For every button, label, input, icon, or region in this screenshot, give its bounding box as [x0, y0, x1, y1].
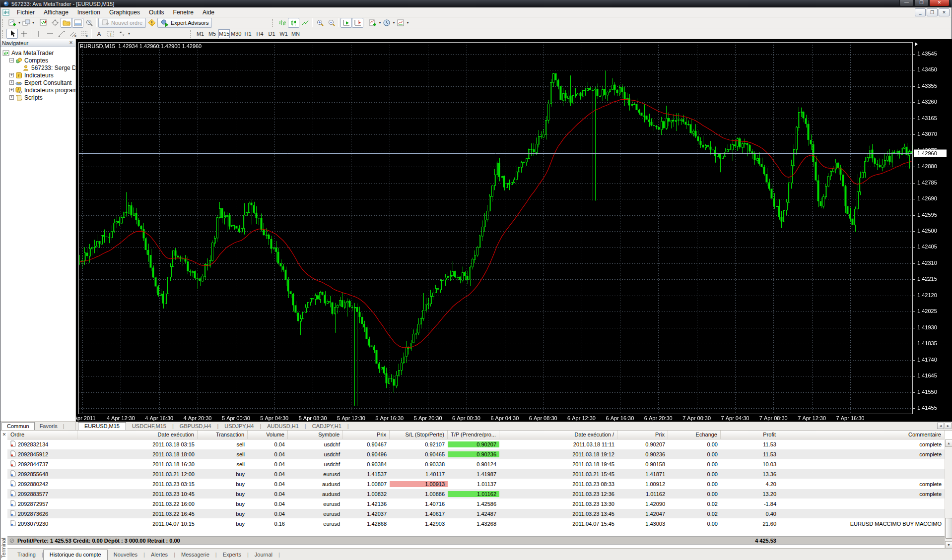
zoom-out-icon[interactable]	[326, 18, 337, 28]
new-chart-button[interactable]	[6, 18, 18, 28]
profiles-dropdown[interactable]: ▾	[32, 20, 34, 25]
table-row[interactable]: 20928459122011.03.18 18:00sell0.04usdchf…	[7, 449, 945, 459]
terminal-tab-trading[interactable]: Trading	[11, 550, 42, 560]
cursor-tool-button[interactable]	[6, 29, 18, 39]
column-header-9[interactable]: Prix	[617, 431, 668, 439]
chart-tab-usdjpy-h4[interactable]: USDJPY,H4	[218, 423, 260, 430]
terminal-close-icon[interactable]: ✕	[1, 432, 7, 437]
chart-tab-usdchf-m15[interactable]: USDCHF,M15	[126, 423, 172, 430]
tree-item-indicateurs-programm-s[interactable]: +fIndicateurs programmés	[0, 86, 75, 94]
child-minimize-button[interactable]: _	[915, 8, 926, 16]
terminal-toggle-button[interactable]	[72, 18, 83, 28]
arrows-tool[interactable]	[116, 29, 128, 39]
profiles-button[interactable]	[20, 18, 32, 28]
zoom-in-icon[interactable]	[314, 18, 326, 28]
navigator-tab-commun[interactable]: Commun	[1, 422, 35, 430]
column-header-4[interactable]: Symbole	[288, 431, 343, 439]
timeframe-m15-button[interactable]: M15	[218, 29, 230, 38]
table-row[interactable]: 20928736262011.03.22 16:45buy0.04eurusd1…	[7, 509, 945, 519]
timeframe-w1-button[interactable]: W1	[278, 29, 289, 38]
scroll-down-icon[interactable]: ▼	[945, 541, 952, 549]
new-order-button[interactable]: Nouvel ordre	[98, 18, 146, 28]
terminal-tab-journal[interactable]: Journal	[249, 550, 278, 560]
column-header-2[interactable]: Transaction	[198, 431, 248, 439]
navigator-tab-favoris[interactable]: Favoris	[35, 423, 63, 430]
toolbar-grip[interactable]	[190, 30, 193, 38]
timeframe-h1-button[interactable]: H1	[242, 29, 254, 38]
expert-advisors-button[interactable]: Expert Advisors	[157, 18, 212, 28]
template-button[interactable]	[395, 18, 406, 28]
arrows-dropdown[interactable]: ▾	[128, 31, 130, 36]
timeframe-d1-button[interactable]: D1	[266, 29, 277, 38]
column-header-5[interactable]: Prix	[343, 431, 390, 439]
tree-item-expert-consultant[interactable]: +Expert Consultant	[0, 79, 75, 86]
chart-tab-cadjpy-h1[interactable]: CADJPY,H1	[306, 423, 347, 430]
tree-item-indicateurs[interactable]: +fIndicateurs	[0, 71, 75, 79]
terminal-tab-experts[interactable]: Experts	[217, 550, 247, 560]
toolbar-grip[interactable]	[272, 19, 274, 27]
text-tool[interactable]: A	[93, 29, 105, 39]
menu-fenetre[interactable]: Fenetre	[169, 8, 198, 17]
tree-item-ava-metatrader[interactable]: Ava MetaTrader	[0, 49, 75, 57]
auto-scroll-button[interactable]	[340, 18, 352, 28]
navigator-toggle-button[interactable]	[61, 18, 72, 28]
bar-chart-button[interactable]	[276, 18, 288, 28]
market-watch-button[interactable]	[38, 18, 49, 28]
text-label-tool[interactable]: T	[105, 29, 116, 39]
expand-plus-icon[interactable]: +	[9, 88, 14, 92]
maximize-button[interactable]: ❐	[914, 0, 929, 6]
menu-affichage[interactable]: Affichage	[39, 8, 73, 17]
tree-item-567233-serge-demou[interactable]: 567233: Serge Demou	[0, 64, 75, 71]
menu-outils[interactable]: Outils	[144, 8, 169, 17]
template-dropdown[interactable]: ▾	[407, 20, 408, 25]
chart-tab-gbpusd-h4[interactable]: GBPUSD,H4	[174, 423, 217, 430]
crosshair-window-button[interactable]	[49, 18, 61, 28]
navigator-close-icon[interactable]: ✕	[68, 40, 74, 46]
terminal-tab-historique-du-compte[interactable]: Historique du compte	[43, 550, 108, 560]
column-header-7[interactable]: T/P (Prendre/pro...	[448, 431, 499, 439]
terminal-tab-messagerie[interactable]: Messagerie	[175, 550, 215, 560]
candlestick-chart-button[interactable]	[288, 18, 299, 28]
add-indicator-button[interactable]	[367, 18, 378, 28]
table-scrollbar[interactable]: ▲ ▼	[945, 439, 952, 549]
column-header-8[interactable]: Date exécution /	[499, 431, 617, 439]
menu-aide[interactable]: Aide	[198, 8, 219, 17]
expand-plus-icon[interactable]: +	[9, 73, 14, 77]
scroll-up-icon[interactable]: ▲	[945, 439, 952, 447]
tree-item-scripts[interactable]: +Scripts	[0, 94, 75, 101]
table-row[interactable]: 20928556482011.03.21 12:00buy0.04eurusd1…	[7, 469, 945, 479]
timeframe-m1-button[interactable]: M1	[195, 29, 206, 38]
table-row[interactable]: 20928321342011.03.18 03:15sell0.04usdchf…	[7, 439, 945, 449]
price-chart-canvas[interactable]	[76, 39, 952, 422]
column-header-12[interactable]: Commentaire	[779, 431, 945, 439]
menu-insertion[interactable]: Insertion	[73, 8, 105, 17]
child-restore-button[interactable]: ❐	[927, 8, 938, 16]
fibonacci-tool[interactable]: F	[78, 29, 90, 39]
terminal-tab-alertes[interactable]: Alertes	[145, 550, 174, 560]
strategy-tester-button[interactable]	[83, 18, 95, 28]
toolbar-grip[interactable]	[2, 30, 4, 38]
timeframe-h4-button[interactable]: H4	[254, 29, 266, 38]
close-button[interactable]: ✕	[929, 0, 950, 6]
table-row[interactable]: 20928729572011.03.22 16:00buy0.04eurusd1…	[7, 499, 945, 509]
table-row[interactable]: 20928447372011.03.18 16:30sell0.04usdchf…	[7, 459, 945, 469]
toolbar-grip[interactable]	[2, 19, 4, 27]
tree-item-comptes[interactable]: −Comptes	[0, 57, 75, 64]
minimize-button[interactable]: —	[899, 0, 914, 6]
expand-plus-icon[interactable]: +	[9, 95, 14, 100]
table-row[interactable]: 20930792302011.04.07 10:15buy0.16eurusd1…	[7, 519, 945, 529]
timeframe-mn-button[interactable]: MN	[290, 29, 301, 38]
chart-tabs-scroll-left-icon[interactable]: ◄	[937, 423, 944, 429]
child-close-button[interactable]: ✕	[939, 8, 950, 16]
timeframe-m30-button[interactable]: M30	[230, 29, 242, 38]
column-header-6[interactable]: S/L (Stop/Perte)	[390, 431, 448, 439]
column-header-3[interactable]: Volume	[248, 431, 288, 439]
column-header-11[interactable]: Profit	[721, 431, 779, 439]
alert-icon[interactable]	[146, 18, 157, 28]
trendline-tool[interactable]	[56, 29, 67, 39]
chart-tabs-scroll-right-icon[interactable]: ►	[945, 423, 952, 429]
menu-graphiques[interactable]: Graphiques	[105, 8, 144, 17]
crosshair-tool-button[interactable]	[18, 29, 29, 39]
line-chart-button[interactable]	[299, 18, 311, 28]
table-row[interactable]: 20928802422011.03.23 03:15buy0.04audusd1…	[7, 479, 945, 489]
